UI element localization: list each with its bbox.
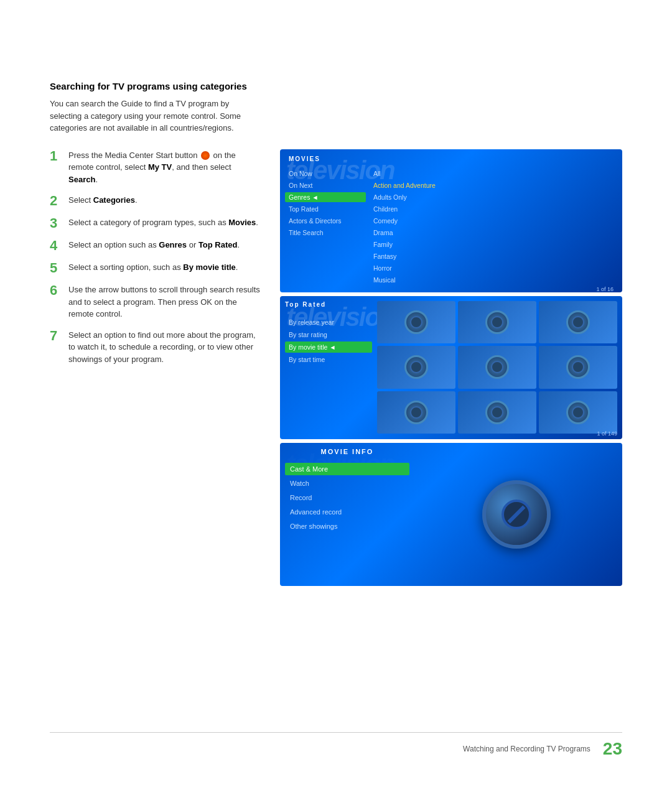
info-watch[interactable]: Watch: [285, 477, 409, 490]
step-text-6: Use the arrow buttons to scroll through …: [68, 284, 261, 320]
thumb-9: [539, 391, 617, 434]
screen-3-movie-info: television MOVIE INFO Cast & More Watch …: [280, 443, 622, 586]
screen1-header: MOVIES: [285, 154, 617, 164]
step-number-5: 5: [50, 261, 62, 275]
film-reel-2: [485, 310, 509, 334]
menu-genres[interactable]: Genres ◄: [285, 192, 366, 202]
step-number-6: 6: [50, 284, 62, 297]
menu-on-next[interactable]: On Next: [285, 180, 366, 190]
film-reel-1: [404, 310, 428, 334]
thumb-1: [377, 301, 455, 344]
mc-icon: [201, 151, 210, 160]
menu-right-action[interactable]: Action and Adventure: [371, 180, 617, 190]
thumb-4: [377, 346, 455, 389]
info-cast-more[interactable]: Cast & More: [285, 463, 409, 475]
step-6: 6 Use the arrow buttons to scroll throug…: [50, 284, 261, 320]
sort-by-star[interactable]: By star rating: [285, 329, 372, 340]
movie-info-title: MOVIE INFO: [285, 448, 409, 455]
step-text-7: Select an option to find out more about …: [68, 329, 261, 366]
menu-right-family[interactable]: Family: [371, 239, 617, 249]
screen2-footer: 1 of 149: [597, 430, 617, 437]
thumb-6: [539, 346, 617, 389]
step-5: 5 Select a sorting option, such as By mo…: [50, 261, 261, 275]
step-2: 2 Select Categories.: [50, 194, 261, 208]
screen1-content: MOVIES On Now On Next Genres ◄ Top Rated…: [280, 149, 622, 292]
step-number-7: 7: [50, 329, 62, 343]
steps-container: 1 Press the Media Center Start button on…: [50, 149, 622, 586]
info-advanced-record[interactable]: Advanced record: [285, 506, 409, 518]
step-text-4: Select an option such as Genres or Top R…: [68, 239, 240, 251]
step-text-3: Select a category of program types, such…: [68, 216, 258, 229]
intro-text: You can search the Guide to find a TV pr…: [50, 98, 243, 134]
step-4: 4 Select an option such as Genres or Top…: [50, 239, 261, 253]
sort-by-release[interactable]: By release year: [285, 317, 372, 328]
step-number-2: 2: [50, 194, 62, 208]
thumb-7: [377, 391, 455, 434]
thumb-2: [458, 301, 536, 344]
screen1-left-menu: On Now On Next Genres ◄ Top Rated Actors…: [285, 169, 366, 285]
screen2-left: Top Rated By release year By star rating…: [285, 301, 372, 434]
menu-title-search[interactable]: Title Search: [285, 228, 366, 238]
section-title: Searching for TV programs using categori…: [50, 81, 622, 91]
film-reel-9: [566, 401, 590, 424]
step-text-5: Select a sorting option, such as By movi…: [68, 261, 238, 274]
step-number-3: 3: [50, 216, 62, 230]
film-reel-7: [404, 401, 428, 424]
sort-by-movie-title[interactable]: By movie title ◄: [285, 342, 372, 353]
page-content: Searching for TV programs using categori…: [50, 81, 622, 586]
screens-right: television MOVIES On Now On Next Genres …: [280, 149, 622, 586]
menu-top-rated[interactable]: Top Rated: [285, 204, 366, 214]
screen3-content: MOVIE INFO Cast & More Watch Record Adva…: [280, 443, 622, 586]
step-number-4: 4: [50, 239, 62, 253]
screen1-right-menu: All Action and Adventure Adults Only Chi…: [371, 169, 617, 285]
menu-right-horror[interactable]: Horror: [371, 263, 617, 273]
big-film-reel: [482, 480, 551, 549]
menu-right-drama[interactable]: Drama: [371, 228, 617, 238]
menu-on-now[interactable]: On Now: [285, 169, 366, 179]
footer-page-number: 23: [603, 739, 622, 759]
film-reel-3: [566, 310, 590, 334]
step-text-1: Press the Media Center Start button on t…: [68, 149, 261, 186]
step-1: 1 Press the Media Center Start button on…: [50, 149, 261, 186]
step-number-1: 1: [50, 149, 62, 163]
menu-right-adults[interactable]: Adults Only: [371, 192, 617, 202]
menu-right-comedy[interactable]: Comedy: [371, 216, 617, 226]
screen2-thumbnails: [372, 301, 617, 434]
screen2-header: Top Rated: [285, 301, 372, 308]
film-reel-4: [404, 355, 428, 379]
step-text-2: Select Categories.: [68, 194, 138, 207]
screen1-menu: On Now On Next Genres ◄ Top Rated Actors…: [285, 169, 617, 285]
menu-right-fantasy[interactable]: Fantasy: [371, 251, 617, 261]
thumb-8: [458, 391, 536, 434]
step-3: 3 Select a category of program types, su…: [50, 216, 261, 230]
film-reel-6: [566, 355, 590, 379]
film-reel-8: [485, 401, 509, 424]
sort-by-start-time[interactable]: By start time: [285, 354, 372, 365]
footer-text: Watching and Recording TV Programs: [463, 745, 590, 753]
info-record[interactable]: Record: [285, 491, 409, 504]
page-footer: Watching and Recording TV Programs 23: [50, 732, 622, 759]
menu-right-all[interactable]: All: [371, 169, 617, 179]
screen1-footer: 1 of 16: [285, 285, 617, 292]
screen3-right: [409, 448, 617, 581]
info-other-showings[interactable]: Other showings: [285, 520, 409, 532]
screen3-left: MOVIE INFO Cast & More Watch Record Adva…: [285, 448, 409, 581]
screen-2-top-rated: television Top Rated By release year By …: [280, 296, 622, 439]
film-reel-5: [485, 355, 509, 379]
screen-1-categories: television MOVIES On Now On Next Genres …: [280, 149, 622, 292]
thumb-5: [458, 346, 536, 389]
menu-right-musical[interactable]: Musical: [371, 275, 617, 285]
steps-left: 1 Press the Media Center Start button on…: [50, 149, 261, 586]
step-7: 7 Select an option to find out more abou…: [50, 329, 261, 366]
screen2-content: Top Rated By release year By star rating…: [280, 296, 622, 439]
menu-right-children[interactable]: Children: [371, 204, 617, 214]
thumb-3: [539, 301, 617, 344]
menu-actors-directors[interactable]: Actors & Directors: [285, 216, 366, 226]
